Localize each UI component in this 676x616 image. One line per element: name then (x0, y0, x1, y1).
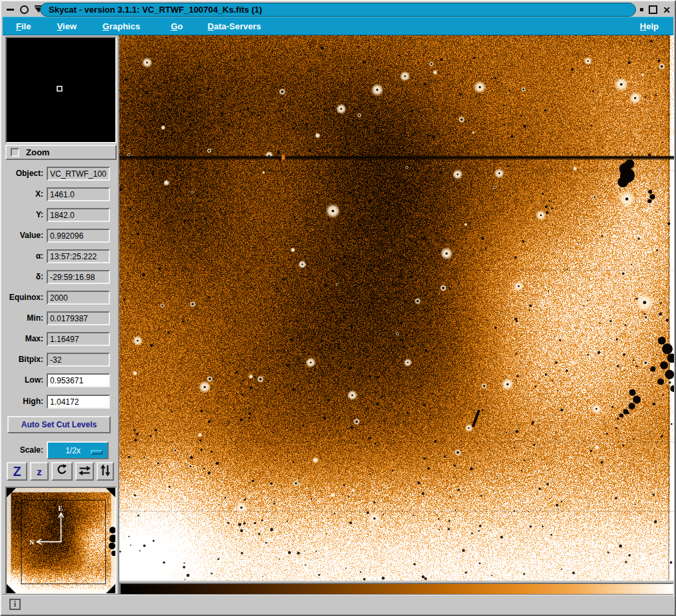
titlebar: Skycat - version 3.1.1: VC_RTWF_100704_K… (3, 3, 673, 17)
skycat-window: Skycat - version 3.1.1: VC_RTWF_100704_K… (0, 0, 676, 616)
flip-y-button[interactable] (97, 462, 114, 481)
pan-view-canvas[interactable] (7, 488, 115, 593)
maximize-icon[interactable] (649, 5, 657, 14)
zoom-toggle-bar: Zoom (5, 145, 117, 160)
zoom-out-button[interactable]: z (30, 462, 49, 481)
menu-file[interactable]: File (12, 19, 35, 33)
shade-icon[interactable] (20, 5, 29, 14)
bitpix-label: Bitpix: (1, 355, 43, 364)
pan-window[interactable] (5, 487, 117, 595)
ra-field[interactable] (47, 249, 110, 263)
equinox-field[interactable] (47, 291, 110, 305)
min-label: Min: (1, 313, 43, 323)
object-label: Object: (1, 169, 43, 178)
rotate-icon (55, 464, 69, 479)
dec-field[interactable] (47, 270, 110, 284)
fits-image-canvas[interactable] (119, 35, 674, 581)
zoom-window (5, 37, 117, 143)
low-label: Low: (1, 375, 43, 385)
minimize-icon[interactable] (7, 9, 14, 11)
flip-x-icon (78, 465, 91, 479)
scale-value: 1/2x (65, 446, 81, 455)
image-display-area[interactable] (119, 35, 674, 581)
menu-data-servers[interactable]: Data-Servers (203, 19, 265, 33)
x-label: X: (1, 189, 43, 199)
info-icon[interactable]: i (9, 599, 21, 610)
scale-label: Scale: (1, 445, 43, 455)
scale-option-menu[interactable]: 1/2x (47, 441, 109, 459)
min-field[interactable] (47, 311, 110, 325)
dec-label: δ: (1, 272, 43, 281)
option-menu-indicator-icon (91, 450, 103, 455)
colormap-bar (121, 584, 673, 596)
rotate-button[interactable] (51, 462, 73, 481)
low-cut-field[interactable] (47, 373, 110, 387)
statusbar: i (3, 595, 673, 613)
menubar: File View Graphics Go Data-Servers Help (3, 17, 673, 35)
auto-set-cut-levels-button[interactable]: Auto Set Cut Levels (7, 416, 111, 433)
value-field[interactable] (47, 229, 110, 243)
zoom-view-canvas (7, 38, 115, 142)
bitpix-field[interactable] (47, 353, 110, 367)
menu-graphics[interactable]: Graphics (99, 19, 144, 33)
high-label: High: (1, 397, 43, 406)
zoom-checkbox[interactable] (11, 148, 19, 157)
iconify-icon[interactable] (640, 8, 643, 11)
high-cut-field[interactable] (47, 395, 110, 409)
object-field[interactable] (47, 167, 110, 181)
max-field[interactable] (47, 332, 110, 346)
x-field[interactable] (47, 187, 110, 201)
y-label: Y: (1, 210, 43, 219)
title-capsule: Skycat - version 3.1.1: VC_RTWF_100704_K… (40, 3, 636, 17)
zoom-in-button[interactable]: Z (7, 462, 27, 481)
ra-label: α: (1, 251, 43, 261)
equinox-label: Equinox: (1, 293, 43, 302)
window-title: Skycat - version 3.1.1: VC_RTWF_100704_K… (49, 5, 262, 15)
menu-go[interactable]: Go (167, 19, 187, 33)
close-icon[interactable]: ✕ (663, 5, 671, 15)
zoom-checkbox-label: Zoom (26, 147, 49, 157)
value-label: Value: (1, 231, 43, 240)
flip-y-icon (99, 464, 111, 479)
menu-help[interactable]: Help (636, 19, 663, 33)
menu-view[interactable]: View (53, 19, 80, 33)
max-label: Max: (1, 334, 43, 343)
y-field[interactable] (47, 208, 110, 222)
flip-x-button[interactable] (75, 462, 94, 481)
